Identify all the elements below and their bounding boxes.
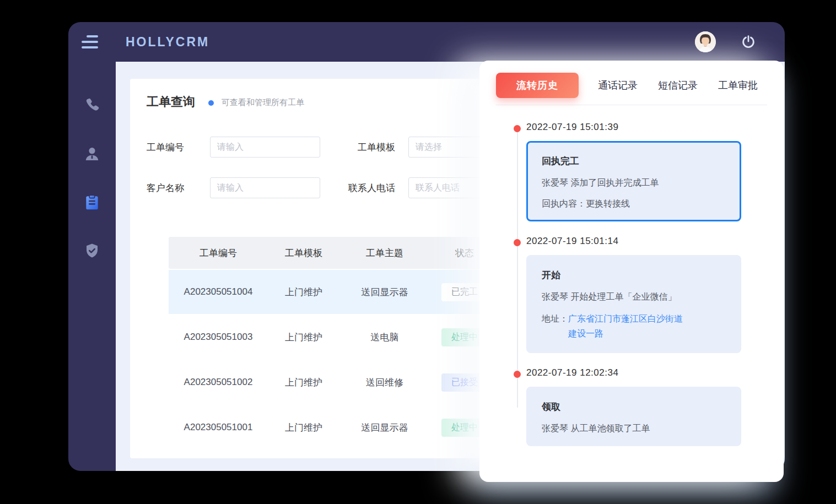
cell-order-id: A202305051002 <box>169 377 268 388</box>
top-bar: HOLLYCRM <box>68 22 785 62</box>
address-line: 建设一路 <box>568 326 683 341</box>
table-row[interactable]: A202305051001 上门维护 送回显示器 处理中 <box>169 405 503 449</box>
cell-subject: 送回维修 <box>339 376 430 389</box>
sidebar-item-customer[interactable] <box>83 144 101 163</box>
brand-logo: HOLLYCRM <box>126 35 209 50</box>
order-no-label: 工单编号 <box>147 141 210 154</box>
timeline-card-completed[interactable]: 回执完工 张爱琴 添加了回执并完成工单 回执内容：更换转接线 <box>526 141 741 221</box>
col-header-id: 工单编号 <box>169 247 268 259</box>
power-icon[interactable] <box>741 34 756 50</box>
card-line: 张爱琴 开始处理工单「企业微信」 <box>542 291 726 302</box>
workorder-icon-active <box>83 193 101 211</box>
workorder-table: 工单编号 工单模板 工单主题 状态 A202305051004 上门维护 送回显… <box>169 237 503 449</box>
cell-template: 上门维护 <box>268 421 339 434</box>
col-header-subject: 工单主题 <box>339 247 430 259</box>
table-row[interactable]: A202305051004 上门维护 送回显示器 已完工 <box>169 270 503 314</box>
address-link[interactable]: 广东省江门市蓬江区白沙街道 建设一路 <box>568 311 683 341</box>
timeline-entry: 2022-07-19 12:02:34 领取 张爱琴 从工单池领取了工单 <box>514 367 767 446</box>
customer-name-input[interactable] <box>210 177 320 198</box>
topbar-actions <box>695 31 756 52</box>
cell-order-id: A202305051001 <box>169 422 268 433</box>
contact-phone-label: 联系人电话 <box>347 182 408 194</box>
timeline-dot-icon <box>514 239 521 246</box>
page-subtitle: 可查看和管理所有工单 <box>222 97 304 108</box>
cell-order-id: A202305051003 <box>169 332 268 343</box>
menu-toggle-icon[interactable] <box>82 35 98 48</box>
timeline-card-claim: 领取 张爱琴 从工单池领取了工单 <box>526 387 741 446</box>
sidebar <box>68 62 116 471</box>
timeline-timestamp: 2022-07-19 15:01:39 <box>526 122 767 133</box>
cell-order-id: A202305051004 <box>169 286 268 297</box>
stage: HOLLYCRM <box>0 0 836 504</box>
avatar-image <box>695 31 716 52</box>
timeline-timestamp: 2022-07-19 12:02:34 <box>526 367 767 378</box>
cell-subject: 送回显示器 <box>339 286 430 299</box>
card-line: 张爱琴 从工单池领取了工单 <box>542 423 726 434</box>
card-line: 回执内容：更换转接线 <box>542 198 726 209</box>
sidebar-item-workorder[interactable] <box>83 193 101 212</box>
detail-panel: 流转历史 通话记录 短信记录 工单审批 2022-07-19 15:01:39 … <box>479 61 784 482</box>
card-line: 张爱琴 添加了回执并完成工单 <box>542 177 726 188</box>
card-title: 领取 <box>542 400 726 413</box>
flow-timeline: 2022-07-19 15:01:39 回执完工 张爱琴 添加了回执并完成工单 … <box>514 122 767 446</box>
address-label: 地址： <box>542 311 568 341</box>
table-row[interactable]: A202305051002 上门维护 送回维修 已接受 <box>169 360 503 404</box>
user-avatar[interactable] <box>695 31 716 52</box>
cell-subject: 送电脑 <box>339 331 430 344</box>
card-title: 回执完工 <box>542 155 726 167</box>
timeline-timestamp: 2022-07-19 15:01:14 <box>526 236 767 247</box>
tab-flow-history[interactable]: 流转历史 <box>496 73 579 98</box>
address-line: 广东省江门市蓬江区白沙街道 <box>568 311 683 326</box>
customer-icon <box>83 145 101 162</box>
timeline-dot-icon <box>514 125 521 132</box>
detail-tabs: 流转历史 通话记录 短信记录 工单审批 <box>496 73 767 98</box>
cell-template: 上门维护 <box>268 331 339 344</box>
customer-name-label: 客户名称 <box>147 182 210 194</box>
table-header: 工单编号 工单模板 工单主题 状态 <box>169 237 503 269</box>
timeline-entry: 2022-07-19 15:01:39 回执完工 张爱琴 添加了回执并完成工单 … <box>514 122 767 221</box>
tab-sms-records[interactable]: 短信记录 <box>657 79 699 92</box>
card-title: 开始 <box>542 269 726 281</box>
tab-call-records[interactable]: 通话记录 <box>597 79 639 92</box>
shield-check-icon <box>84 242 100 259</box>
sidebar-item-security[interactable] <box>83 241 101 260</box>
tabs-divider <box>496 105 767 105</box>
timeline-card-start: 开始 张爱琴 开始处理工单「企业微信」 地址： 广东省江门市蓬江区白沙街道 建设… <box>526 255 741 353</box>
page-title: 工单查询 <box>147 94 195 110</box>
sidebar-item-phone[interactable] <box>83 96 101 115</box>
cell-template: 上门维护 <box>268 376 339 389</box>
phone-icon <box>84 97 100 113</box>
col-header-template: 工单模板 <box>268 247 339 259</box>
cell-subject: 送回显示器 <box>339 421 430 434</box>
address-row: 地址： 广东省江门市蓬江区白沙街道 建设一路 <box>542 311 726 341</box>
tab-order-approval[interactable]: 工单审批 <box>717 79 759 92</box>
timeline-entry: 2022-07-19 15:01:14 开始 张爱琴 开始处理工单「企业微信」 … <box>514 236 767 353</box>
order-no-input[interactable] <box>210 137 320 158</box>
timeline-dot-icon <box>514 371 521 378</box>
table-row[interactable]: A202305051003 上门维护 送电脑 处理中 <box>169 315 503 359</box>
template-label: 工单模板 <box>347 141 408 154</box>
cell-template: 上门维护 <box>268 286 339 299</box>
title-dot-icon <box>208 100 214 106</box>
